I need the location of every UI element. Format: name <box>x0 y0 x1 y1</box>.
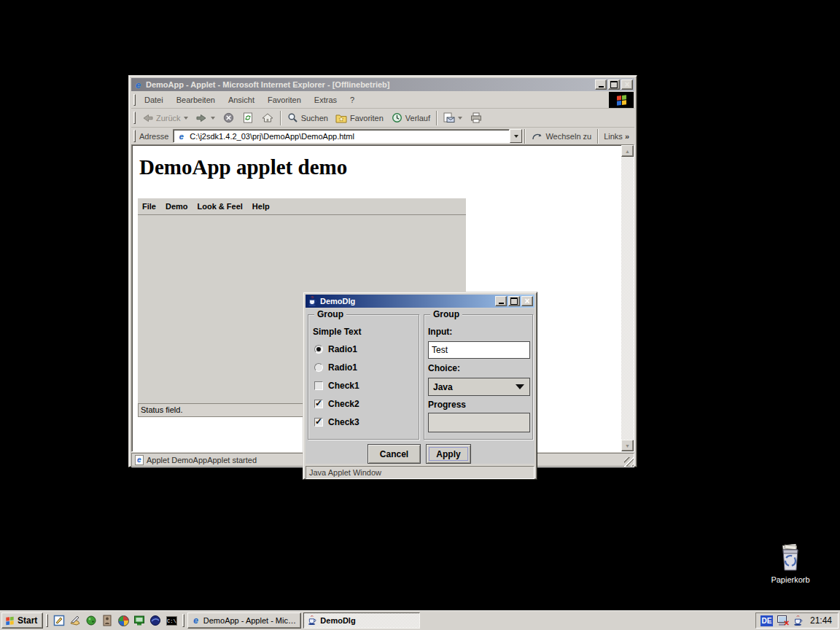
start-button[interactable]: Start <box>1 612 43 629</box>
ie-throbber <box>609 92 634 108</box>
applet-menu-demo[interactable]: Demo <box>166 202 195 211</box>
demodlg-content: Group Simple Text Radio1 Radio1 Check1 C… <box>306 308 534 464</box>
check-option-2[interactable]: Check2 <box>314 399 359 409</box>
quicklaunch-hand-icon[interactable] <box>68 613 82 628</box>
search-button[interactable]: Suchen <box>283 111 332 125</box>
back-button[interactable]: Zurück <box>138 111 192 125</box>
ie-close-button[interactable] <box>621 79 633 90</box>
applet-menu-lookfeel[interactable]: Look & Feel <box>198 202 250 211</box>
ie-maximize-button[interactable] <box>608 79 620 90</box>
addressbar-grip[interactable] <box>133 130 136 141</box>
quicklaunch-monitor-icon[interactable] <box>132 613 147 628</box>
taskbar-grip[interactable] <box>182 614 184 627</box>
print-button[interactable] <box>466 111 486 125</box>
scroll-up-button[interactable] <box>621 145 634 157</box>
links-chevron-icon[interactable]: » <box>625 132 629 141</box>
menu-ansicht[interactable]: Ansicht <box>222 93 261 106</box>
taskbar-clock: 21:44 <box>807 615 832 626</box>
task-button-demodlg[interactable]: DemoDlg <box>303 612 420 629</box>
applet-menubar: File Demo Look & Feel Help <box>138 198 466 215</box>
choice-combobox[interactable]: Java <box>428 378 530 396</box>
document-icon <box>135 455 144 465</box>
resize-grip[interactable] <box>624 457 634 467</box>
quicklaunch-green-ball-icon[interactable] <box>84 613 98 628</box>
address-dropdown-button[interactable] <box>510 129 522 143</box>
combobox-value: Java <box>433 382 453 392</box>
home-icon <box>262 112 274 124</box>
quicklaunch-pinwheel-icon[interactable] <box>116 613 131 628</box>
quicklaunch-person-icon[interactable] <box>100 613 114 628</box>
java-cup-icon[interactable] <box>793 615 804 626</box>
menu-datei[interactable]: Datei <box>138 93 170 106</box>
radio-icon[interactable] <box>314 363 323 372</box>
home-button[interactable] <box>258 111 278 125</box>
windows-logo-icon <box>617 95 626 105</box>
recycle-bin-icon <box>777 564 804 573</box>
check-option-3[interactable]: Check3 <box>314 417 359 427</box>
cancel-button[interactable]: Cancel <box>368 444 421 464</box>
toolbar-grip[interactable] <box>133 112 136 125</box>
address-label: Adresse <box>138 132 173 141</box>
progress-bar <box>428 413 530 432</box>
favorites-button[interactable]: Favoriten <box>332 111 387 125</box>
refresh-button[interactable] <box>238 111 258 125</box>
forward-dropdown-icon[interactable] <box>211 117 215 120</box>
radio-option-1[interactable]: Radio1 <box>314 344 357 354</box>
menu-favoriten[interactable]: Favoriten <box>261 93 308 106</box>
addressbar-separator <box>597 129 598 144</box>
forward-button[interactable] <box>192 111 219 125</box>
radio-option-2[interactable]: Radio1 <box>314 362 357 373</box>
language-indicator[interactable]: DE <box>761 615 773 626</box>
menu-hilfe[interactable]: ? <box>343 93 361 106</box>
demodlg-close-button[interactable] <box>521 296 533 306</box>
recycle-bin[interactable]: Papierkorb <box>764 544 817 584</box>
network-disconnected-icon[interactable]: ✕ <box>777 615 789 626</box>
applet-menu-file[interactable]: File <box>142 202 163 211</box>
links-toolbar[interactable]: Links » <box>600 131 633 142</box>
java-cup-icon <box>307 296 318 307</box>
quicklaunch-dos-prompt-icon[interactable]: C:\ <box>164 613 179 628</box>
scroll-down-button[interactable] <box>621 440 634 451</box>
apply-button[interactable]: Apply <box>426 444 471 464</box>
status-message: Applet DemoAppApplet started <box>147 456 257 464</box>
radio-icon[interactable] <box>314 345 323 354</box>
demodlg-titlebar[interactable]: DemoDlg <box>306 295 534 308</box>
ie-minimize-button[interactable] <box>595 79 607 90</box>
quicklaunch-editor-icon[interactable] <box>52 613 66 628</box>
menu-extras[interactable]: Extras <box>308 93 343 106</box>
checkbox-icon[interactable] <box>314 400 323 408</box>
windows-logo-icon <box>6 616 13 624</box>
input-field[interactable] <box>428 341 530 359</box>
ie-logo-icon: e <box>191 615 200 626</box>
menu-bearbeiten[interactable]: Bearbeiten <box>170 93 222 106</box>
taskbar-grip[interactable] <box>46 614 48 627</box>
demodlg-window: DemoDlg Group Simple Text Radio1 Radio1 <box>303 292 537 480</box>
menubar-grip[interactable] <box>133 94 136 105</box>
checkbox-icon[interactable] <box>314 381 323 390</box>
demodlg-minimize-button[interactable] <box>495 296 507 306</box>
applet-menu-help[interactable]: Help <box>252 202 277 211</box>
back-dropdown-icon[interactable] <box>184 117 188 120</box>
address-input[interactable]: e C:\j2sdk1.4.2_03\prj\DemoApp\DemoApp.h… <box>173 129 510 143</box>
address-value: C:\j2sdk1.4.2_03\prj\DemoApp\DemoApp.htm… <box>190 132 354 141</box>
demodlg-title: DemoDlg <box>318 297 494 306</box>
checkbox-icon[interactable] <box>314 418 323 427</box>
ie-titlebar[interactable]: e DemoApp - Applet - Microsoft Internet … <box>131 78 634 91</box>
desktop: e DemoApp - Applet - Microsoft Internet … <box>0 0 840 630</box>
ie-window-title: DemoApp - Applet - Microsoft Internet Ex… <box>144 80 594 89</box>
chevron-down-icon <box>514 135 518 138</box>
go-button[interactable]: Wechseln zu <box>527 129 595 144</box>
quicklaunch-globe-icon[interactable] <box>148 613 163 628</box>
check-option-1[interactable]: Check1 <box>314 381 359 391</box>
history-button[interactable]: Verlauf <box>387 111 434 125</box>
mail-dropdown-icon[interactable] <box>458 117 462 120</box>
vertical-scrollbar[interactable] <box>621 145 634 451</box>
stop-button[interactable] <box>219 111 238 125</box>
toolbar-separator <box>280 111 281 125</box>
history-icon <box>391 112 403 124</box>
task-button-demoapp[interactable]: e DemoApp - Applet - Micro... <box>187 612 301 629</box>
recycle-bin-label[interactable]: Papierkorb <box>764 575 817 584</box>
choice-label: Choice: <box>428 363 460 373</box>
demodlg-maximize-button[interactable] <box>508 296 520 306</box>
mail-button[interactable] <box>439 111 466 125</box>
